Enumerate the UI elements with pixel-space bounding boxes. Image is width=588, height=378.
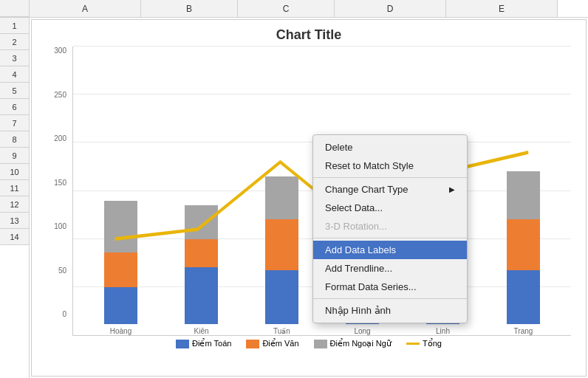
x-label-hoang: Hoàng bbox=[110, 327, 131, 335]
menu-item-add-data-labels[interactable]: Add Data Labels bbox=[313, 241, 467, 259]
legend-van: Điểm Văn bbox=[246, 339, 298, 348]
legend-color-tong bbox=[406, 343, 420, 345]
legend-color-van bbox=[246, 340, 259, 348]
legend-ngoai-ngu: Điểm Ngoại Ngữ bbox=[314, 339, 392, 348]
row-11[interactable]: 11 bbox=[0, 180, 29, 196]
bar-toan-hoang bbox=[104, 287, 137, 324]
bar-ngoai-ngu-kien bbox=[185, 205, 218, 239]
col-header-b[interactable]: B bbox=[141, 0, 238, 17]
bar-group-hoang: Hoàng bbox=[104, 201, 137, 335]
x-label-kien: Kiên bbox=[194, 327, 208, 335]
bar-ngoai-ngu-tuan bbox=[265, 176, 298, 219]
menu-item-change-chart-type[interactable]: Change Chart Type ▶ bbox=[313, 180, 467, 199]
x-label-long: Long bbox=[354, 327, 370, 335]
menu-label-delete: Delete bbox=[325, 142, 353, 153]
menu-item-format-data-series[interactable]: Format Data Series... bbox=[313, 278, 467, 296]
menu-label-change-chart-type: Change Chart Type bbox=[325, 184, 408, 195]
bar-toan-tuan bbox=[265, 270, 298, 324]
row-7[interactable]: 7 bbox=[0, 115, 29, 131]
legend-tong: Tổng bbox=[406, 339, 442, 348]
menu-label-3d-rotation: 3-D Rotation... bbox=[325, 221, 387, 232]
bar-group-tuan: Tuấn bbox=[265, 176, 298, 335]
stacked-bar-kien bbox=[185, 205, 218, 324]
spreadsheet: A B C D E 1 2 3 4 5 6 7 8 9 10 11 12 13 … bbox=[0, 0, 588, 378]
stacked-bar-tuan bbox=[265, 176, 298, 324]
bar-toan-trang bbox=[507, 270, 540, 324]
row-13[interactable]: 13 bbox=[0, 213, 29, 229]
chart-container[interactable]: Chart Title 300 250 200 150 100 50 0 bbox=[31, 19, 587, 377]
menu-separator-3 bbox=[313, 298, 467, 299]
row-12[interactable]: 12 bbox=[0, 196, 29, 213]
row-1[interactable]: 1 bbox=[0, 18, 29, 34]
legend-label-tong: Tổng bbox=[423, 339, 442, 348]
bar-group-trang: Trang bbox=[507, 171, 540, 335]
menu-item-nhap-hinh-anh[interactable]: Nhập Hình ảnh bbox=[313, 301, 467, 320]
row-9[interactable]: 9 bbox=[0, 148, 29, 164]
row-10[interactable]: 10 bbox=[0, 164, 29, 180]
col-headers: A B C D E bbox=[0, 0, 588, 18]
bar-ngoai-ngu-hoang bbox=[104, 201, 137, 252]
context-menu[interactable]: Delete Reset to Match Style Change Chart… bbox=[312, 134, 468, 323]
menu-label-reset-style: Reset to Match Style bbox=[325, 160, 414, 171]
menu-item-select-data[interactable]: Select Data... bbox=[313, 199, 467, 217]
bar-van-kien bbox=[185, 239, 218, 267]
row-14[interactable]: 14 bbox=[0, 229, 29, 245]
legend-color-toan bbox=[176, 340, 189, 348]
menu-item-3d-rotation: 3-D Rotation... bbox=[313, 217, 467, 236]
rows-container: 1 2 3 4 5 6 7 8 9 10 11 12 13 14 Chart T… bbox=[0, 18, 588, 378]
y-axis: 300 250 200 150 100 50 0 bbox=[47, 47, 72, 336]
menu-separator-2 bbox=[313, 238, 467, 238]
bar-group-kien: Kiên bbox=[185, 205, 218, 335]
menu-item-add-trendline[interactable]: Add Trendline... bbox=[313, 259, 467, 278]
legend-label-toan: Điểm Toán bbox=[192, 339, 231, 348]
row-headers: 1 2 3 4 5 6 7 8 9 10 11 12 13 14 bbox=[0, 18, 30, 378]
x-label-tuan: Tuấn bbox=[273, 327, 290, 335]
legend-toan: Điểm Toán bbox=[176, 339, 231, 348]
row-4[interactable]: 4 bbox=[0, 66, 29, 83]
chart-body: 300 250 200 150 100 50 0 bbox=[32, 47, 586, 336]
col-header-c[interactable]: C bbox=[238, 0, 335, 17]
row-5[interactable]: 5 bbox=[0, 83, 29, 99]
legend-label-ngoai-ngu: Điểm Ngoại Ngữ bbox=[330, 339, 392, 348]
bar-van-trang bbox=[507, 219, 540, 270]
menu-label-format-data-series: Format Data Series... bbox=[325, 281, 417, 292]
stacked-bar-hoang bbox=[104, 201, 137, 324]
row-3[interactable]: 3 bbox=[0, 50, 29, 66]
menu-separator-1 bbox=[313, 177, 467, 178]
menu-label-add-trendline: Add Trendline... bbox=[325, 263, 392, 274]
menu-label-select-data: Select Data... bbox=[325, 202, 383, 213]
row-2[interactable]: 2 bbox=[0, 34, 29, 50]
col-header-e[interactable]: E bbox=[446, 0, 558, 17]
corner-cell bbox=[0, 0, 30, 17]
submenu-arrow-icon: ▶ bbox=[449, 185, 455, 193]
row-8[interactable]: 8 bbox=[0, 131, 29, 148]
chart-legend: Điểm Toán Điểm Văn Điểm Ngoại Ngữ Tổng bbox=[32, 336, 586, 353]
bar-van-tuan bbox=[265, 219, 298, 270]
bar-van-hoang bbox=[104, 252, 137, 287]
chart-title: Chart Title bbox=[32, 20, 586, 47]
x-label-trang: Trang bbox=[514, 327, 533, 335]
menu-label-nhap-hinh-anh: Nhập Hình ảnh bbox=[325, 305, 391, 316]
row-6[interactable]: 6 bbox=[0, 99, 29, 115]
col-header-a[interactable]: A bbox=[30, 0, 141, 17]
menu-label-add-data-labels: Add Data Labels bbox=[325, 244, 396, 255]
x-label-linh: Linh bbox=[436, 327, 450, 335]
menu-item-delete[interactable]: Delete bbox=[313, 138, 467, 157]
main-area: Chart Title 300 250 200 150 100 50 0 bbox=[30, 18, 588, 378]
bar-toan-kien bbox=[185, 267, 218, 324]
legend-color-ngoai-ngu bbox=[314, 340, 327, 348]
col-header-d[interactable]: D bbox=[335, 0, 446, 17]
stacked-bar-trang bbox=[507, 171, 540, 324]
legend-label-van: Điểm Văn bbox=[262, 339, 298, 348]
bar-ngoai-ngu-trang bbox=[507, 171, 540, 219]
menu-item-reset-style[interactable]: Reset to Match Style bbox=[313, 157, 467, 175]
